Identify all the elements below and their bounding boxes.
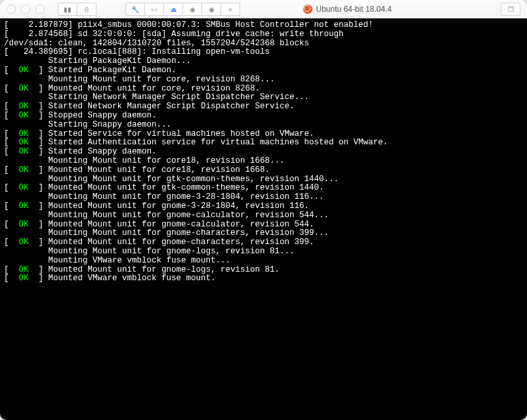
status-ok: OK	[19, 220, 29, 229]
device-icon: ◉	[190, 6, 196, 13]
console-line: Starting PackageKit Daemon...	[4, 57, 523, 66]
vm-console[interactable]: [ 2.187879] piix4_smbus 0000:00:07.3: SM…	[0, 18, 527, 420]
console-line: [ OK ] Mounted VMware vmblock fuse mount…	[4, 274, 523, 284]
console-line: /dev/sda1: clean, 142804/1310720 files, …	[4, 39, 523, 49]
snapshot-button[interactable]: ⎙	[77, 3, 96, 16]
console-line: [ OK ] Started Network Manager Script Di…	[4, 102, 523, 112]
hdd-icon: ⏏	[171, 6, 177, 13]
console-line: Mounting Mount unit for gnome-logs, revi…	[4, 247, 523, 257]
more-button[interactable]: »	[221, 3, 240, 16]
toolbar-group-mid: 🔧 ‹·› ⏏ ◉ ◉ »	[125, 3, 240, 16]
vm-window: ▮▮ ⎙ 🔧 ‹·› ⏏ ◉ ◉ » Ubuntu 64-bit 18.04.4…	[0, 0, 527, 420]
status-ok: OK	[19, 147, 29, 156]
clone-button[interactable]: ❐	[501, 3, 520, 16]
status-ok: OK	[19, 102, 29, 111]
clone-icon: ❐	[508, 6, 514, 13]
device-icon: ◉	[209, 6, 215, 13]
window-title: Ubuntu 64-bit 18.04.4	[316, 5, 392, 14]
device1-button[interactable]: ◉	[182, 3, 202, 16]
console-line: [ 24.389695] rc.local[888]: Installing o…	[4, 48, 523, 57]
console-line: [ OK ] Mounted Mount unit for gnome-calc…	[4, 220, 523, 230]
console-line: Mounting Mount unit for gnome-calculator…	[4, 211, 523, 220]
console-line: Mounting Mount unit for core18, revision…	[4, 157, 523, 166]
console-line: [ OK ] Started Service for virtual machi…	[4, 130, 523, 139]
console-line: Mounting Mount unit for gtk-common-theme…	[4, 175, 523, 184]
status-ok: OK	[19, 84, 29, 93]
console-line: [ 2.187879] piix4_smbus 0000:00:07.3: SM…	[4, 21, 523, 30]
console-line: Mounting VMware vmblock fuse mount...	[4, 257, 523, 266]
console-line: Mounting Mount unit for core, revision 8…	[4, 75, 523, 85]
status-ok: OK	[19, 66, 29, 75]
status-ok: OK	[19, 183, 29, 192]
console-line: Starting Network Manager Script Dispatch…	[4, 93, 523, 102]
console-line: [ OK ] Mounted Mount unit for gnome-char…	[4, 238, 523, 247]
minimize-button[interactable]	[21, 5, 30, 14]
pause-button[interactable]: ▮▮	[58, 3, 77, 16]
console-output: [ 2.187879] piix4_smbus 0000:00:07.3: SM…	[0, 18, 527, 286]
window-controls	[7, 5, 45, 14]
pause-icon: ▮▮	[64, 6, 72, 13]
window-title-container: Ubuntu 64-bit 18.04.4	[303, 5, 392, 14]
console-line: [ 2.874568] sd 32:0:0:0: [sda] Assuming …	[4, 30, 523, 39]
toolbar-group-right: ❐	[501, 3, 520, 16]
status-ok: OK	[19, 165, 29, 175]
console-line: [ OK ] Started Authentication service fo…	[4, 138, 523, 148]
console-line: [ OK ] Mounted Mount unit for gnome-3-28…	[4, 202, 523, 211]
console-line: [ OK ] Stopped Snappy daemon.	[4, 112, 523, 121]
console-line: Starting Snappy daemon...	[4, 121, 523, 130]
close-button[interactable]	[7, 5, 16, 14]
titlebar: ▮▮ ⎙ 🔧 ‹·› ⏏ ◉ ◉ » Ubuntu 64-bit 18.04.4…	[0, 0, 527, 19]
zoom-button[interactable]	[35, 5, 45, 14]
disk-button[interactable]: ⏏	[163, 3, 183, 16]
toolbar-group-left: ▮▮ ⎙	[58, 3, 96, 16]
camera-icon: ⎙	[85, 6, 89, 13]
settings-button[interactable]: 🔧	[125, 3, 145, 16]
device2-button[interactable]: ◉	[201, 3, 221, 16]
chevron-right-icon: »	[228, 6, 232, 13]
status-ok: OK	[19, 265, 29, 274]
wrench-icon: 🔧	[131, 6, 139, 13]
console-line: [ OK ] Mounted Mount unit for gtk-common…	[4, 184, 523, 193]
console-line: [ OK ] Mounted Mount unit for core18, re…	[4, 166, 523, 175]
status-ok: OK	[19, 238, 29, 247]
console-line: [ OK ] Mounted Mount unit for core, revi…	[4, 85, 523, 94]
angles-icon: ‹·›	[151, 6, 157, 13]
status-ok: OK	[19, 129, 29, 138]
status-ok: OK	[19, 274, 29, 283]
console-line: Mounting Mount unit for gnome-characters…	[4, 229, 523, 238]
console-line: Mounting Mount unit for gnome-3-28-1804,…	[4, 193, 523, 202]
status-ok: OK	[19, 138, 29, 147]
console-line: [ OK ] Mounted Mount unit for gnome-logs…	[4, 266, 523, 275]
status-ok: OK	[19, 201, 29, 211]
console-line: [ OK ] Started Snappy daemon.	[4, 148, 523, 157]
ubuntu-icon	[303, 5, 312, 14]
status-ok: OK	[19, 111, 29, 120]
console-line: [ OK ] Started PackageKit Daemon.	[4, 66, 523, 75]
resize-button[interactable]: ‹·›	[144, 3, 164, 16]
